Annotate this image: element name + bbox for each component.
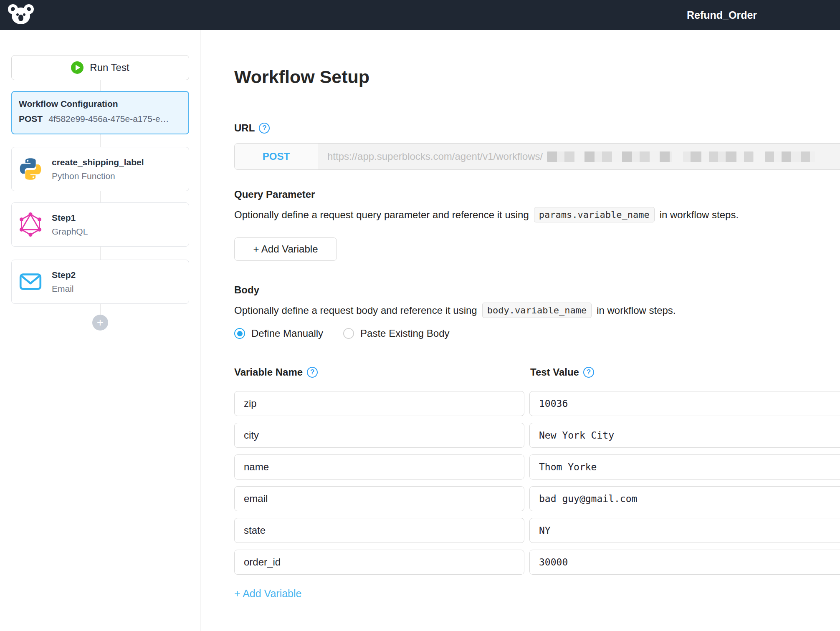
url-label: URL xyxy=(234,122,255,134)
radio-label: Define Manually xyxy=(251,328,323,339)
step-title: Step2 xyxy=(52,270,76,280)
body-mode-radio-group: Define Manually Paste Existing Body xyxy=(234,328,450,339)
top-bar: Refund_Order xyxy=(0,0,840,30)
step-title: Workflow Configuration xyxy=(19,99,182,109)
variable-name-input[interactable] xyxy=(234,550,524,575)
workflow-title: Refund_Order xyxy=(687,0,757,30)
workflow-url-text: https://app.superblocks.com/agent/v1/wor… xyxy=(327,151,543,162)
variable-name-input[interactable] xyxy=(234,423,524,448)
variable-name-input[interactable] xyxy=(234,391,524,416)
body-heading: Body xyxy=(234,284,259,296)
redacted-url-segment xyxy=(547,151,672,162)
workflow-url-bar: POST https://app.superblocks.com/agent/v… xyxy=(234,143,840,170)
workflow-url-field[interactable]: https://app.superblocks.com/agent/v1/wor… xyxy=(318,144,840,169)
add-variable-label: + Add Variable xyxy=(253,243,318,255)
test-value-input[interactable] xyxy=(529,550,840,575)
graphql-icon xyxy=(18,212,43,237)
variable-name-help-icon[interactable]: ? xyxy=(307,367,318,378)
variable-name-input[interactable] xyxy=(234,454,524,480)
test-value-input[interactable] xyxy=(529,454,840,480)
plus-icon: + xyxy=(97,316,104,329)
workflow-id: 4f582e99-456a-475e-a175-e… xyxy=(48,114,169,124)
radio-paste-existing-body[interactable]: Paste Existing Body xyxy=(343,328,449,339)
variable-name-header: Variable Name xyxy=(234,366,303,378)
body-description: Optionally define a request body and ref… xyxy=(234,303,676,318)
http-method-badge: POST xyxy=(19,114,43,124)
step-card-workflow-configuration[interactable]: Workflow Configuration POST4f582e99-456a… xyxy=(11,91,189,134)
radio-selected-icon[interactable] xyxy=(234,328,245,339)
python-icon xyxy=(18,157,43,181)
main-panel: Workflow Setup URL ? POST https://app.su… xyxy=(201,30,840,631)
add-query-variable-button[interactable]: + Add Variable xyxy=(234,237,337,261)
test-value-input[interactable] xyxy=(529,486,840,511)
url-help-icon[interactable]: ? xyxy=(259,123,270,134)
description-text: in workflow steps. xyxy=(660,209,739,221)
test-value-input[interactable] xyxy=(529,423,840,448)
params-code-chip: params.variable_name xyxy=(534,207,655,222)
test-value-help-icon[interactable]: ? xyxy=(583,367,594,378)
step-title: create_shipping_label xyxy=(52,157,144,167)
url-method-badge: POST xyxy=(235,144,318,169)
redacted-url-segment xyxy=(683,151,754,162)
redacted-url-segment xyxy=(765,151,815,162)
description-text: in workflow steps. xyxy=(597,305,676,316)
page-title: Workflow Setup xyxy=(234,67,369,87)
add-body-variable-link[interactable]: + Add Variable xyxy=(234,588,301,600)
test-value-input[interactable] xyxy=(529,518,840,543)
add-step-button[interactable]: + xyxy=(92,315,108,331)
test-value-header: Test Value xyxy=(530,366,579,378)
variable-name-input[interactable] xyxy=(234,518,524,543)
description-text: Optionally define a request query parame… xyxy=(234,209,529,221)
radio-define-manually[interactable]: Define Manually xyxy=(234,328,323,339)
step-type: GraphQL xyxy=(52,227,88,237)
radio-unselected-icon[interactable] xyxy=(343,328,354,339)
step-type: Python Function xyxy=(52,171,144,181)
body-code-chip: body.variable_name xyxy=(482,303,592,318)
step-card-create-shipping-label[interactable]: create_shipping_label Python Function xyxy=(11,147,189,191)
test-value-input[interactable] xyxy=(529,391,840,416)
email-icon xyxy=(18,270,43,294)
step-card-step1[interactable]: Step1 GraphQL xyxy=(11,202,189,247)
description-text: Optionally define a request body and ref… xyxy=(234,305,477,316)
step-title: Step1 xyxy=(52,213,88,223)
run-test-label: Run Test xyxy=(90,62,129,73)
workflow-setup-page: Refund_Order Run Test Workflow Configura… xyxy=(0,0,840,631)
play-icon xyxy=(71,61,83,74)
step-type: Email xyxy=(52,284,76,294)
query-parameter-description: Optionally define a request query parame… xyxy=(234,207,739,222)
workflow-steps-sidebar: Run Test Workflow Configuration POST4f58… xyxy=(0,30,200,631)
step-card-step2[interactable]: Step2 Email xyxy=(11,260,189,304)
variable-name-input[interactable] xyxy=(234,486,524,511)
radio-label: Paste Existing Body xyxy=(360,328,449,339)
run-test-button[interactable]: Run Test xyxy=(11,55,189,80)
query-parameter-heading: Query Parameter xyxy=(234,189,315,200)
koala-logo-icon xyxy=(8,3,34,28)
